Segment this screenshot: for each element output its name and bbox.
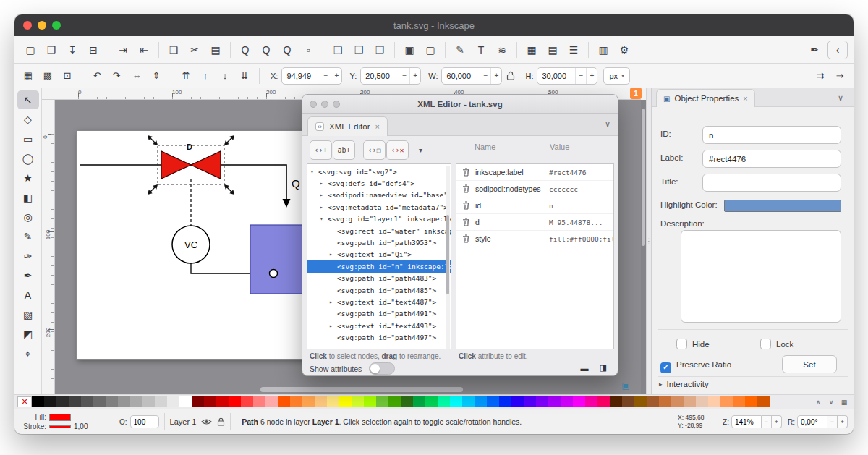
palette-swatch[interactable] [425,396,438,407]
dropper-tool-button[interactable]: ⌖ [17,344,39,363]
palette-swatch[interactable] [56,396,69,407]
hide-checkbox[interactable] [676,339,687,349]
expander-icon[interactable]: ▾ [310,169,318,175]
palette-swatch[interactable] [315,396,327,407]
palette-swatch[interactable] [216,396,229,407]
palette-swatch[interactable] [511,396,524,407]
flow-label[interactable]: Q [292,177,300,190]
expander-icon[interactable]: ▸ [329,251,337,258]
palette-swatch[interactable] [573,396,585,407]
attribute-row[interactable]: sodipodi:nodetypesccccccc [456,181,613,197]
zoom-drawing-button[interactable]: Q [256,40,276,60]
layer-lock-button[interactable] [217,417,225,426]
palette-swatch[interactable] [708,396,720,407]
no-color-swatch[interactable]: ✕ [17,396,32,407]
expander-icon[interactable]: ▸ [329,323,337,329]
palette-swatch[interactable] [265,396,278,407]
lock-checkbox[interactable] [760,339,771,349]
palette-swatch[interactable] [413,396,425,407]
move-patterns-toggle-button[interactable]: ⇛ [830,67,849,85]
xml-tree-node[interactable]: <svg:path id="path4483"> [307,273,451,284]
open-document-button[interactable]: ❐ [41,40,61,60]
scale-handle-nw[interactable] [145,133,159,147]
x-increment-button[interactable]: + [331,68,341,84]
stroke-swatch[interactable] [49,425,71,428]
palette-swatch[interactable] [167,396,179,407]
palette-swatch[interactable] [339,396,352,407]
layers-dialog-button[interactable]: ▤ [542,40,563,60]
unit-dropdown[interactable]: px ▾ [603,67,630,85]
palette-swatch[interactable] [757,396,770,407]
xml-panel-collapse-button[interactable]: ∨ [605,119,610,129]
palette-swatch[interactable] [155,396,167,407]
fill-stroke-indicator[interactable]: Fill: Stroke: 1,00 [20,413,109,430]
xml-tree-node[interactable]: ▾<svg:g id="layer1" inkscape:labe [307,213,451,225]
palette-swatch[interactable] [622,396,634,407]
palette-swatch[interactable] [438,396,450,407]
new-element-node-button[interactable]: ‹›+ [310,140,332,160]
palette-swatch[interactable] [204,396,216,407]
delete-attribute-button[interactable] [456,218,475,226]
zoom-page-button[interactable]: Q [277,40,297,60]
box3d-tool-button[interactable]: ◧ [17,188,39,207]
palette-swatch[interactable] [376,396,388,407]
vertical-ruler[interactable]: 0100200 [42,100,55,394]
xml-tree-node[interactable]: ▸<svg:defs id="defs4"> [307,177,451,189]
attribute-row[interactable]: inkscape:label#rect4476 [456,164,613,181]
palette-swatch[interactable] [536,396,548,407]
palette-swatch[interactable] [450,396,462,407]
text-dialog-button[interactable]: T [471,40,491,60]
palette-swatch[interactable] [524,396,536,407]
palette-swatch[interactable] [142,396,155,407]
palette-swatch[interactable] [388,396,401,407]
palette-swatch[interactable] [499,396,511,407]
palette-swatch[interactable] [720,396,733,407]
palette-swatch[interactable] [253,396,265,407]
palette-swatch[interactable] [352,396,364,407]
palette-swatch[interactable] [106,396,118,407]
lower-button[interactable]: ↓ [216,67,234,85]
expander-icon[interactable]: ▸ [320,180,328,187]
xml-tree-node[interactable]: ▸<svg:metadata id="metadata7"> [307,201,451,213]
print-button[interactable]: ⊟ [83,40,103,60]
paint-bucket-tool-button[interactable]: ◩ [17,325,39,344]
xml-tree-node[interactable]: <svg:path id="path4485"> [307,284,451,296]
xml-tree-node[interactable]: <svg:rect id="water" inkscape [307,225,451,237]
y-decrement-button[interactable]: − [399,68,409,84]
opacity-input[interactable] [130,415,159,428]
attribute-row[interactable]: idn [456,197,613,214]
select-all-button[interactable]: ▦ [19,67,38,85]
description-textarea[interactable] [681,230,841,323]
xml-tree-node[interactable]: ▾<svg:svg id="svg2"> [307,166,451,177]
fill-swatch[interactable] [49,414,71,421]
rotate-minus-button[interactable]: − [827,415,838,428]
palette-swatch[interactable] [548,396,561,407]
horizontal-scrollbar[interactable] [260,387,463,392]
palette-swatch[interactable] [659,396,671,407]
vertical-scrollbar[interactable] [641,100,646,394]
layout-horizontal-button[interactable]: ▬ [577,362,592,374]
palette-scroll-down-button[interactable]: ∨ [825,396,838,408]
x-input[interactable] [282,68,320,84]
scrollbar-thumb[interactable] [642,109,645,246]
new-text-node-button[interactable]: ab+ [333,140,355,160]
expander-icon[interactable]: ▾ [320,216,328,222]
valve-right-triangle[interactable] [191,151,221,179]
xml-tree-node[interactable]: ▸<svg:text id="text4493"> [307,320,451,331]
h-input[interactable] [537,68,575,84]
pipe-line[interactable] [80,165,286,200]
rotate-plus-button[interactable]: + [838,415,848,428]
tree-scrollbar[interactable] [446,166,450,349]
export-button[interactable]: ⇤ [134,40,154,60]
star-tool-button[interactable]: ★ [17,169,39,187]
expander-icon[interactable]: ▸ [320,204,328,211]
color-management-button[interactable]: ▣ [619,380,632,391]
palette-swatch[interactable] [278,396,290,407]
delete-attribute-button[interactable] [456,201,475,210]
zoom-input[interactable] [731,415,762,428]
group-button[interactable]: ▣ [399,40,420,60]
xml-tree-node[interactable]: <svg:path id="path3953"> [307,237,451,248]
lower-to-bottom-button[interactable]: ⇊ [235,67,254,85]
xml-tree-node[interactable]: <svg:path id="path4497"> [307,331,451,343]
xml-tree-node[interactable]: <svg:path id="n" inkscape:lab [307,260,451,272]
